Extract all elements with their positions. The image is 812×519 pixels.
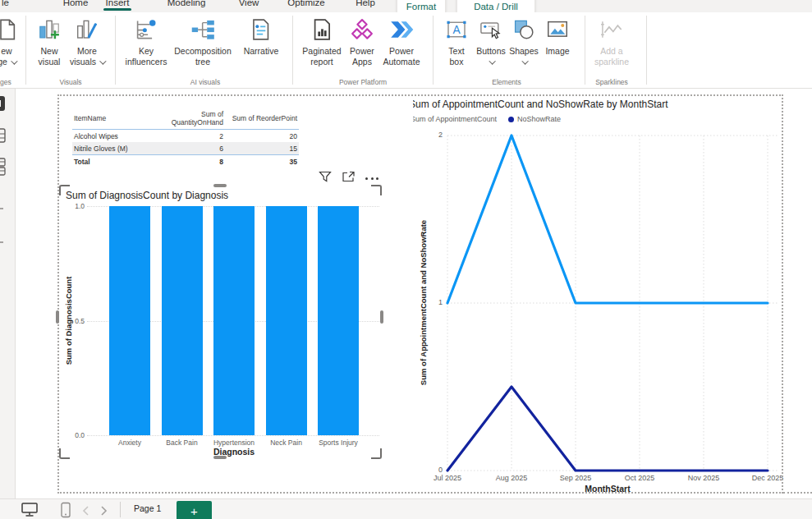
tab-help[interactable]: Help: [356, 0, 375, 7]
line-chart-visual[interactable]: Sum of AppointmentCount and NoShowRate b…: [413, 94, 812, 494]
line-chart-x-axis-title: MonthStart: [585, 484, 630, 494]
selection-corner-handle[interactable]: [59, 185, 70, 195]
page-tab[interactable]: Page 1: [129, 503, 166, 513]
x-tick-label: Sep 2025: [560, 474, 592, 482]
power-automate-button[interactable]: Power Automate: [383, 16, 420, 67]
column-header[interactable]: Sum of QuantityOnHand: [158, 107, 225, 130]
tab-file[interactable]: le: [2, 0, 9, 7]
text-box-button[interactable]: A Text box: [444, 16, 469, 67]
selection-corner-handle[interactable]: [59, 448, 70, 459]
new-page-button[interactable]: ew ge: [0, 16, 24, 67]
more-visuals-icon: [75, 16, 99, 44]
column-header[interactable]: ItemName: [72, 107, 158, 130]
more-options-icon[interactable]: [365, 177, 378, 180]
button-label: tree: [195, 57, 210, 67]
buttons-button[interactable]: Buttons: [476, 16, 506, 67]
group-label-sparklines: Sparklines: [595, 78, 628, 86]
selection-edge-handle[interactable]: [56, 310, 59, 324]
table-visual[interactable]: ItemName Sum of QuantityOnHand Sum of Re…: [72, 107, 299, 168]
bar[interactable]: [162, 206, 203, 435]
bar-chart-title: Sum of DiagnosisCount by Diagnosis: [66, 190, 228, 201]
button-label: ew: [1, 46, 11, 57]
powerbi-window: le Home Insert Modeling View Optimize He…: [0, 0, 812, 519]
table-cell: Alcohol Wipes: [72, 130, 158, 143]
selection-edge-handle[interactable]: [213, 184, 227, 187]
bar[interactable]: [266, 206, 307, 435]
button-label: Shapes: [509, 46, 539, 57]
button-label: sparkline: [594, 57, 629, 67]
button-label: Add a: [600, 46, 622, 57]
text-box-icon: A: [444, 16, 469, 44]
prev-page-icon[interactable]: [82, 504, 89, 519]
gridline: [87, 435, 379, 436]
x-tick-label: Neck Pain: [270, 439, 302, 447]
group-divider: [433, 16, 434, 85]
button-label: Power: [389, 46, 414, 57]
column-header[interactable]: Sum of ReorderPoint: [225, 107, 299, 130]
line-series[interactable]: [447, 135, 768, 303]
shapes-button[interactable]: Shapes: [509, 16, 539, 67]
focus-mode-icon[interactable]: [342, 171, 356, 186]
model-view-icon[interactable]: [0, 158, 6, 179]
add-page-button[interactable]: +: [177, 501, 212, 519]
bar-chart-visual[interactable]: Sum of DiagnosisCount by Diagnosis 1.00.…: [62, 187, 382, 458]
tab-view[interactable]: View: [239, 0, 259, 7]
tab-format[interactable]: Format: [397, 0, 446, 12]
menubar: le Home Insert Modeling View Optimize He…: [0, 0, 812, 12]
view-switcher-strip: [0, 89, 16, 498]
selection-corner-handle[interactable]: [371, 185, 382, 195]
y-tick-label: 0: [413, 466, 443, 474]
dax-query-view-icon[interactable]: [0, 194, 6, 214]
button-label: visual: [39, 57, 61, 67]
button-label: report: [310, 57, 333, 67]
group-label-power-platform: Power Platform: [339, 78, 387, 86]
button-label: Buttons: [476, 46, 506, 57]
power-apps-button[interactable]: Power Apps: [350, 16, 374, 67]
narrative-button[interactable]: Narrative: [244, 16, 279, 57]
next-page-icon[interactable]: [100, 504, 108, 519]
button-label: Apps: [352, 57, 372, 67]
more-visuals-button[interactable]: More visuals: [70, 16, 104, 67]
mobile-view-icon[interactable]: [60, 502, 71, 519]
x-tick-label: Back Pain: [166, 439, 197, 447]
tab-optimize[interactable]: Optimize: [287, 0, 324, 7]
data-view-icon[interactable]: [0, 127, 6, 147]
bar[interactable]: [213, 206, 255, 435]
group-divider: [292, 16, 293, 85]
decomposition-tree-button[interactable]: Decomposition tree: [174, 16, 231, 67]
extra-view-icon[interactable]: [0, 228, 6, 248]
new-visual-button[interactable]: New visual: [37, 16, 62, 67]
bar[interactable]: [318, 206, 359, 435]
tab-modeling[interactable]: Modeling: [167, 0, 206, 7]
button-label: influencers: [126, 57, 167, 67]
line-chart-plot[interactable]: [413, 94, 812, 494]
image-button[interactable]: Image: [545, 16, 570, 57]
table-row[interactable]: Nitrile Gloves (M)615: [72, 142, 299, 155]
desktop-view-icon[interactable]: [21, 502, 39, 519]
bar[interactable]: [109, 206, 150, 435]
filter-icon[interactable]: [319, 171, 332, 186]
button-label: More: [77, 46, 97, 57]
tab-home[interactable]: Home: [63, 0, 89, 7]
line-chart-y-axis-title: Sum of AppointmentCount and NoShowRate: [419, 180, 428, 426]
key-influencers-button[interactable]: Key influencers: [126, 16, 167, 67]
tab-insert[interactable]: Insert: [106, 0, 130, 7]
button-label: ge: [0, 57, 16, 67]
new-page-icon: [0, 16, 18, 44]
selection-edge-handle[interactable]: [213, 456, 227, 459]
selection-edge-handle[interactable]: [380, 310, 383, 324]
bar-chart-y-axis-title: Sum of DiagnosisCount: [64, 206, 73, 436]
table-cell: 8: [158, 155, 225, 169]
line-series[interactable]: [447, 387, 768, 471]
button-label: Power: [350, 46, 374, 57]
power-automate-icon: [388, 16, 415, 44]
button-label: Narrative: [244, 46, 279, 57]
table-row[interactable]: Alcohol Wipes220: [72, 130, 299, 143]
decomposition-tree-icon: [190, 16, 216, 44]
report-view-icon[interactable]: [0, 95, 6, 115]
table-cell: Nitrile Gloves (M): [72, 142, 158, 155]
x-tick-label: Oct 2025: [625, 474, 655, 482]
paginated-report-button[interactable]: Paginated report: [302, 16, 341, 67]
tab-data-drill[interactable]: Data / Drill: [456, 0, 535, 12]
selection-corner-handle[interactable]: [371, 448, 382, 459]
